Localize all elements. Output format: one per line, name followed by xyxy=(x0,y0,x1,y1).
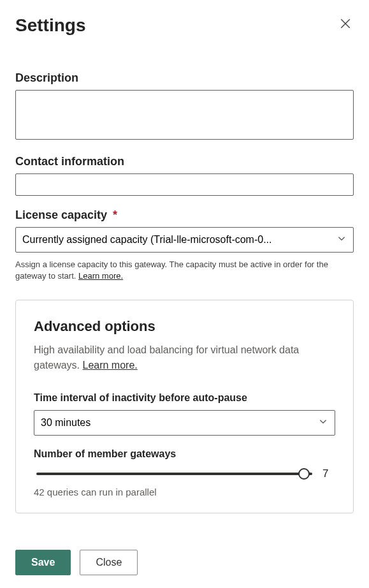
advanced-options-description: High availability and load balancing for… xyxy=(34,342,335,373)
save-button[interactable]: Save xyxy=(15,550,71,575)
time-interval-select[interactable]: 30 minutes xyxy=(34,410,335,436)
close-footer-button[interactable]: Close xyxy=(80,550,138,575)
license-help-body: Assign a license capacity to this gatewa… xyxy=(15,260,328,281)
advanced-options-card: Advanced options High availability and l… xyxy=(15,300,354,513)
license-capacity-select[interactable]: Currently assigned capacity (Trial-lle-m… xyxy=(15,227,354,253)
license-learn-more-link[interactable]: Learn more. xyxy=(78,271,123,281)
advanced-options-title: Advanced options xyxy=(34,318,335,335)
close-icon xyxy=(340,22,351,31)
member-gateways-slider[interactable] xyxy=(36,467,312,480)
slider-thumb[interactable] xyxy=(298,468,310,480)
license-label-text: License capacity xyxy=(15,209,107,221)
description-label: Description xyxy=(15,71,354,85)
page-title: Settings xyxy=(15,15,85,36)
close-button[interactable] xyxy=(337,15,354,34)
member-gateways-label: Number of member gateways xyxy=(34,448,335,460)
time-interval-label: Time interval of inactivity before auto-… xyxy=(34,392,335,404)
contact-input[interactable] xyxy=(15,173,354,196)
required-marker: * xyxy=(113,209,117,221)
description-input[interactable] xyxy=(15,90,354,140)
contact-label: Contact information xyxy=(15,155,354,168)
member-gateways-value: 7 xyxy=(322,467,333,480)
slider-rail xyxy=(36,473,312,475)
advanced-desc-body: High availability and load balancing for… xyxy=(34,344,299,371)
license-help-text: Assign a license capacity to this gatewa… xyxy=(15,259,354,282)
parallel-queries-caption: 42 queries can run in parallel xyxy=(34,487,335,497)
advanced-learn-more-link[interactable]: Learn more. xyxy=(82,360,137,371)
license-label: License capacity * xyxy=(15,209,354,222)
